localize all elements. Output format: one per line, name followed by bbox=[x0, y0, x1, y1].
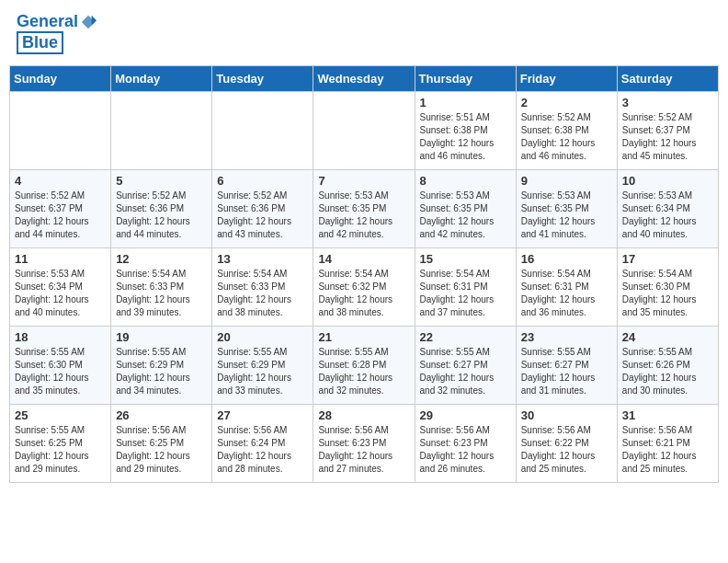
day-number: 16 bbox=[521, 252, 612, 266]
weekday-saturday: Saturday bbox=[617, 66, 718, 92]
calendar-cell bbox=[313, 92, 415, 170]
day-number: 17 bbox=[622, 252, 713, 266]
week-row-1: 1Sunrise: 5:51 AM Sunset: 6:38 PM Daylig… bbox=[10, 92, 719, 170]
calendar-cell: 5Sunrise: 5:52 AM Sunset: 6:36 PM Daylig… bbox=[111, 170, 212, 248]
day-number: 18 bbox=[15, 330, 106, 344]
day-number: 25 bbox=[15, 408, 106, 422]
day-number: 20 bbox=[217, 330, 308, 344]
calendar-body: 1Sunrise: 5:51 AM Sunset: 6:38 PM Daylig… bbox=[10, 92, 719, 483]
calendar-cell bbox=[10, 92, 111, 170]
day-info: Sunrise: 5:54 AM Sunset: 6:30 PM Dayligh… bbox=[622, 268, 713, 319]
calendar-cell: 20Sunrise: 5:55 AM Sunset: 6:29 PM Dayli… bbox=[212, 327, 313, 405]
day-info: Sunrise: 5:54 AM Sunset: 6:33 PM Dayligh… bbox=[217, 268, 308, 319]
day-info: Sunrise: 5:55 AM Sunset: 6:30 PM Dayligh… bbox=[15, 346, 106, 397]
weekday-monday: Monday bbox=[111, 66, 212, 92]
day-number: 6 bbox=[217, 174, 308, 188]
day-number: 19 bbox=[116, 330, 207, 344]
day-info: Sunrise: 5:54 AM Sunset: 6:32 PM Dayligh… bbox=[318, 268, 409, 319]
day-info: Sunrise: 5:55 AM Sunset: 6:28 PM Dayligh… bbox=[318, 346, 409, 397]
calendar-cell: 2Sunrise: 5:52 AM Sunset: 6:38 PM Daylig… bbox=[516, 92, 617, 170]
day-number: 24 bbox=[622, 330, 713, 344]
day-info: Sunrise: 5:53 AM Sunset: 6:34 PM Dayligh… bbox=[622, 190, 713, 241]
day-number: 9 bbox=[521, 174, 612, 188]
page-header: General Blue bbox=[9, 9, 719, 58]
week-row-3: 11Sunrise: 5:53 AM Sunset: 6:34 PM Dayli… bbox=[10, 248, 719, 327]
day-info: Sunrise: 5:55 AM Sunset: 6:25 PM Dayligh… bbox=[15, 424, 106, 476]
logo-icon bbox=[80, 14, 97, 30]
calendar-cell: 1Sunrise: 5:51 AM Sunset: 6:38 PM Daylig… bbox=[415, 92, 516, 170]
day-info: Sunrise: 5:56 AM Sunset: 6:23 PM Dayligh… bbox=[420, 424, 511, 476]
day-number: 10 bbox=[622, 174, 713, 188]
day-number: 22 bbox=[420, 330, 511, 344]
day-number: 13 bbox=[217, 252, 308, 266]
weekday-thursday: Thursday bbox=[415, 66, 516, 92]
day-info: Sunrise: 5:52 AM Sunset: 6:36 PM Dayligh… bbox=[217, 190, 308, 241]
calendar-cell: 27Sunrise: 5:56 AM Sunset: 6:24 PM Dayli… bbox=[212, 405, 313, 483]
day-number: 5 bbox=[116, 174, 207, 188]
day-info: Sunrise: 5:52 AM Sunset: 6:37 PM Dayligh… bbox=[622, 111, 713, 163]
week-row-4: 18Sunrise: 5:55 AM Sunset: 6:30 PM Dayli… bbox=[10, 327, 719, 405]
logo: General Blue bbox=[17, 13, 97, 54]
day-info: Sunrise: 5:53 AM Sunset: 6:35 PM Dayligh… bbox=[521, 190, 612, 241]
calendar-cell: 10Sunrise: 5:53 AM Sunset: 6:34 PM Dayli… bbox=[617, 170, 718, 248]
calendar-cell: 4Sunrise: 5:52 AM Sunset: 6:37 PM Daylig… bbox=[10, 170, 111, 248]
day-number: 31 bbox=[622, 408, 713, 422]
day-number: 28 bbox=[318, 408, 409, 422]
day-number: 27 bbox=[217, 408, 308, 422]
day-number: 26 bbox=[116, 408, 207, 422]
weekday-tuesday: Tuesday bbox=[212, 66, 313, 92]
weekday-sunday: Sunday bbox=[10, 66, 111, 92]
day-info: Sunrise: 5:56 AM Sunset: 6:25 PM Dayligh… bbox=[116, 424, 207, 476]
calendar-cell: 9Sunrise: 5:53 AM Sunset: 6:35 PM Daylig… bbox=[516, 170, 617, 248]
day-info: Sunrise: 5:52 AM Sunset: 6:36 PM Dayligh… bbox=[116, 190, 207, 241]
calendar-cell: 21Sunrise: 5:55 AM Sunset: 6:28 PM Dayli… bbox=[313, 327, 415, 405]
day-info: Sunrise: 5:56 AM Sunset: 6:22 PM Dayligh… bbox=[521, 424, 612, 476]
day-number: 1 bbox=[420, 96, 511, 109]
weekday-header-row: SundayMondayTuesdayWednesdayThursdayFrid… bbox=[10, 66, 719, 92]
day-number: 11 bbox=[15, 252, 106, 266]
day-info: Sunrise: 5:52 AM Sunset: 6:37 PM Dayligh… bbox=[15, 190, 106, 241]
calendar-cell: 16Sunrise: 5:54 AM Sunset: 6:31 PM Dayli… bbox=[516, 248, 617, 327]
calendar-table: SundayMondayTuesdayWednesdayThursdayFrid… bbox=[9, 65, 719, 483]
day-number: 12 bbox=[116, 252, 207, 266]
calendar-cell: 31Sunrise: 5:56 AM Sunset: 6:21 PM Dayli… bbox=[617, 405, 718, 483]
day-info: Sunrise: 5:54 AM Sunset: 6:31 PM Dayligh… bbox=[420, 268, 511, 319]
day-number: 21 bbox=[318, 330, 409, 344]
calendar-cell: 22Sunrise: 5:55 AM Sunset: 6:27 PM Dayli… bbox=[415, 327, 516, 405]
calendar-cell: 28Sunrise: 5:56 AM Sunset: 6:23 PM Dayli… bbox=[313, 405, 415, 483]
day-number: 7 bbox=[318, 174, 409, 188]
week-row-5: 25Sunrise: 5:55 AM Sunset: 6:25 PM Dayli… bbox=[10, 405, 719, 483]
day-info: Sunrise: 5:53 AM Sunset: 6:34 PM Dayligh… bbox=[15, 268, 106, 319]
day-info: Sunrise: 5:55 AM Sunset: 6:29 PM Dayligh… bbox=[217, 346, 308, 397]
day-number: 8 bbox=[420, 174, 511, 188]
day-number: 15 bbox=[420, 252, 511, 266]
day-info: Sunrise: 5:55 AM Sunset: 6:27 PM Dayligh… bbox=[420, 346, 511, 397]
calendar-cell: 6Sunrise: 5:52 AM Sunset: 6:36 PM Daylig… bbox=[212, 170, 313, 248]
day-info: Sunrise: 5:53 AM Sunset: 6:35 PM Dayligh… bbox=[420, 190, 511, 241]
day-info: Sunrise: 5:55 AM Sunset: 6:29 PM Dayligh… bbox=[116, 346, 207, 397]
day-number: 30 bbox=[521, 408, 612, 422]
calendar-cell: 23Sunrise: 5:55 AM Sunset: 6:27 PM Dayli… bbox=[516, 327, 617, 405]
calendar-cell: 25Sunrise: 5:55 AM Sunset: 6:25 PM Dayli… bbox=[10, 405, 111, 483]
calendar-cell: 18Sunrise: 5:55 AM Sunset: 6:30 PM Dayli… bbox=[10, 327, 111, 405]
calendar-cell: 24Sunrise: 5:55 AM Sunset: 6:26 PM Dayli… bbox=[617, 327, 718, 405]
calendar-cell: 26Sunrise: 5:56 AM Sunset: 6:25 PM Dayli… bbox=[111, 405, 212, 483]
logo-blue: Blue bbox=[17, 31, 63, 55]
calendar-cell bbox=[111, 92, 212, 170]
day-info: Sunrise: 5:55 AM Sunset: 6:26 PM Dayligh… bbox=[622, 346, 713, 397]
day-info: Sunrise: 5:56 AM Sunset: 6:21 PM Dayligh… bbox=[622, 424, 713, 476]
day-info: Sunrise: 5:55 AM Sunset: 6:27 PM Dayligh… bbox=[521, 346, 612, 397]
calendar-cell: 14Sunrise: 5:54 AM Sunset: 6:32 PM Dayli… bbox=[313, 248, 415, 327]
week-row-2: 4Sunrise: 5:52 AM Sunset: 6:37 PM Daylig… bbox=[10, 170, 719, 248]
day-info: Sunrise: 5:56 AM Sunset: 6:23 PM Dayligh… bbox=[318, 424, 409, 476]
day-info: Sunrise: 5:56 AM Sunset: 6:24 PM Dayligh… bbox=[217, 424, 308, 476]
svg-marker-1 bbox=[92, 16, 97, 26]
calendar-cell: 29Sunrise: 5:56 AM Sunset: 6:23 PM Dayli… bbox=[415, 405, 516, 483]
calendar-cell: 15Sunrise: 5:54 AM Sunset: 6:31 PM Dayli… bbox=[415, 248, 516, 327]
day-info: Sunrise: 5:53 AM Sunset: 6:35 PM Dayligh… bbox=[318, 190, 409, 241]
calendar-cell bbox=[212, 92, 313, 170]
day-number: 3 bbox=[622, 96, 713, 109]
day-info: Sunrise: 5:54 AM Sunset: 6:31 PM Dayligh… bbox=[521, 268, 612, 319]
calendar-cell: 17Sunrise: 5:54 AM Sunset: 6:30 PM Dayli… bbox=[617, 248, 718, 327]
calendar-cell: 8Sunrise: 5:53 AM Sunset: 6:35 PM Daylig… bbox=[415, 170, 516, 248]
